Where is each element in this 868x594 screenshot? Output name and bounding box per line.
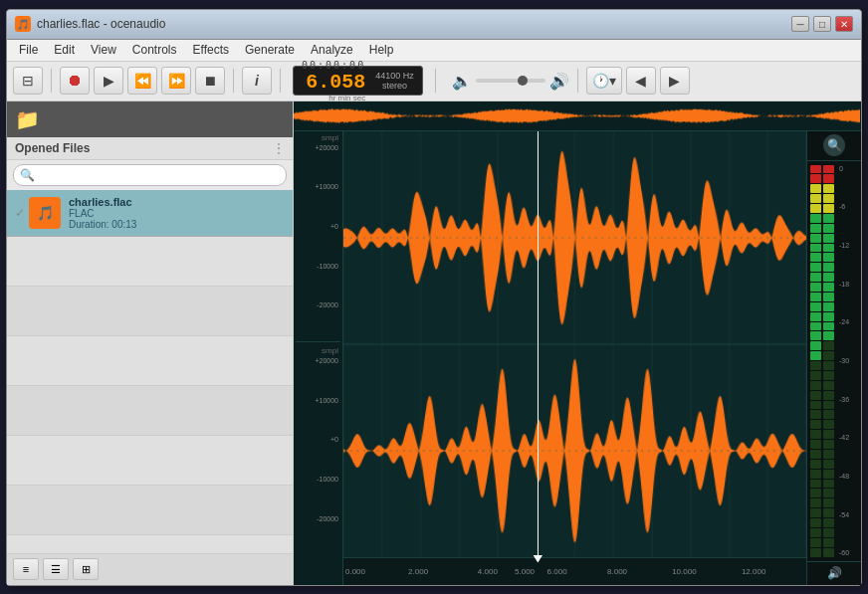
y-0-bottom: +0 [296, 436, 340, 476]
db-24: -24 [839, 318, 858, 325]
sample-rate: 44100 Hz [375, 71, 414, 81]
y--10000-bottom: -10000 [296, 476, 340, 515]
vu-right-channel [823, 165, 834, 557]
volume-thumb[interactable] [518, 76, 528, 86]
empty-slot [7, 336, 293, 386]
separator-5 [577, 69, 578, 93]
window-title: charlies.flac - ocenaudio [37, 17, 165, 31]
folder-bar: 📁 [7, 101, 293, 137]
waveform-area: smpl +20000 +10000 +0 -10000 -20000 smpl… [294, 101, 861, 585]
search-wrap: 🔍 [13, 164, 287, 186]
y-20000-top: +20000 [296, 144, 340, 184]
vu-bars-container [807, 161, 837, 561]
file-list: ✓ 🎵 charlies.flac FLAC Duration: 00:13 [7, 190, 293, 553]
title-bar-left: 🎵 charlies.flac - ocenaudio [15, 16, 165, 32]
forward-icon: ▶ [669, 73, 680, 89]
db-6: -6 [839, 203, 858, 210]
maximize-button[interactable]: □ [813, 16, 831, 32]
vu-channels [810, 165, 834, 557]
y-axis-spacer [296, 555, 340, 583]
file-info: charlies.flac FLAC Duration: 00:13 [69, 196, 285, 230]
close-button[interactable]: ✕ [835, 16, 853, 32]
db-54: -54 [839, 511, 858, 518]
waveform-overview[interactable] [294, 101, 861, 131]
y--20000-top: -20000 [296, 301, 340, 342]
history-button[interactable]: 🕐▾ [586, 67, 622, 95]
zoom-control[interactable]: 🔍 [807, 131, 861, 161]
rewind-button[interactable]: ⏪ [127, 67, 157, 95]
speaker-icon: 🔊 [827, 566, 842, 580]
empty-slot [7, 237, 293, 287]
speaker-icon-bottom: 🔊 [807, 561, 861, 585]
file-duration: Duration: 00:13 [69, 219, 285, 230]
main-content: 📁 Opened Files ⋮ 🔍 ✓ 🎵 [7, 101, 861, 585]
clock-icon: 🕐▾ [592, 73, 616, 89]
waveform-canvas-container[interactable]: 0.000 2.000 4.000 5.000 6.000 8.000 10.0… [343, 131, 806, 585]
list-view-icon: ≡ [23, 563, 29, 575]
volume-slider[interactable] [476, 79, 545, 83]
db-0: 0 [839, 165, 858, 172]
y--20000-bottom: -20000 [296, 515, 340, 555]
folder-icon: 📁 [15, 107, 40, 131]
panel-title: Opened Files [15, 141, 90, 155]
bottom-toolbar: ≡ ☰ ⊞ [7, 553, 293, 585]
y-20000-bottom: +20000 [296, 357, 340, 397]
stop-icon: ⏹ [203, 73, 217, 89]
menu-view[interactable]: View [83, 41, 124, 59]
db-60: -60 [839, 549, 858, 556]
menu-controls[interactable]: Controls [124, 41, 185, 59]
toggle-panel-button[interactable]: ⊟ [13, 67, 43, 95]
menu-edit[interactable]: Edit [46, 41, 83, 59]
empty-slot [7, 486, 293, 535]
timeline-bar: 0.000 2.000 4.000 5.000 6.000 8.000 10.0… [343, 557, 806, 585]
list-view-button[interactable]: ≡ [13, 558, 39, 580]
info-button[interactable]: i [242, 67, 272, 95]
digital-display: 00:00:00 6.058 hr min sec 44100 Hz stere… [293, 66, 423, 96]
menu-analyze[interactable]: Analyze [303, 41, 361, 59]
y-smpl-bottom: smpl [296, 346, 340, 355]
waveform-canvas[interactable] [343, 131, 806, 557]
time-big: 6.058 [306, 71, 365, 94]
zoom-icon[interactable]: 🔍 [823, 134, 845, 156]
volume-control: 🔈 🔊 [452, 72, 569, 91]
db-18: -18 [839, 281, 858, 288]
list-item[interactable]: ✓ 🎵 charlies.flac FLAC Duration: 00:13 [7, 190, 293, 237]
menu-bar: File Edit View Controls Effects Generate… [7, 40, 861, 62]
empty-slot [7, 287, 293, 336]
stop-button[interactable]: ⏹ [195, 67, 225, 95]
fast-forward-icon: ⏩ [168, 73, 185, 89]
back-button[interactable]: ◀ [626, 67, 656, 95]
search-input[interactable] [13, 164, 287, 186]
toolbar: ⊟ ⏺ ▶ ⏪ ⏩ ⏹ i 00:00:00 6.058 hr min sec [7, 62, 861, 101]
timeline-10000: 10.000 [672, 567, 696, 576]
detail-view-button[interactable]: ☰ [43, 558, 69, 580]
y-0-top: +0 [296, 223, 340, 263]
timeline-12000: 12.000 [742, 567, 765, 576]
grid-view-button[interactable]: ⊞ [73, 558, 99, 580]
file-check-icon: ✓ [15, 206, 25, 220]
timeline-5000: 5.000 [515, 567, 535, 576]
vu-meter-content: 0 -6 -12 -18 -24 -30 -36 -42 -48 -54 -60 [807, 161, 861, 561]
panel-header: Opened Files ⋮ [7, 137, 293, 160]
record-button[interactable]: ⏺ [60, 67, 90, 95]
db-36: -36 [839, 396, 858, 403]
title-bar-controls: ─ □ ✕ [791, 16, 853, 32]
file-type: FLAC [69, 208, 285, 219]
panel-menu-icon[interactable]: ⋮ [273, 141, 285, 155]
volume-low-icon: 🔈 [452, 72, 472, 91]
db-42: -42 [839, 434, 858, 441]
menu-file[interactable]: File [11, 41, 46, 59]
detail-view-icon: ☰ [51, 563, 61, 576]
menu-help[interactable]: Help [361, 41, 402, 59]
fast-forward-button[interactable]: ⏩ [161, 67, 191, 95]
toggle-panel-icon: ⊟ [22, 73, 34, 89]
timeline-4000: 4.000 [478, 567, 498, 576]
play-icon: ▶ [104, 73, 114, 89]
y-axis: smpl +20000 +10000 +0 -10000 -20000 smpl… [294, 131, 343, 585]
menu-generate[interactable]: Generate [237, 41, 303, 59]
minimize-button[interactable]: ─ [791, 16, 809, 32]
menu-effects[interactable]: Effects [185, 41, 237, 59]
playhead [538, 131, 539, 557]
play-button[interactable]: ▶ [94, 67, 123, 95]
forward-button[interactable]: ▶ [660, 67, 690, 95]
